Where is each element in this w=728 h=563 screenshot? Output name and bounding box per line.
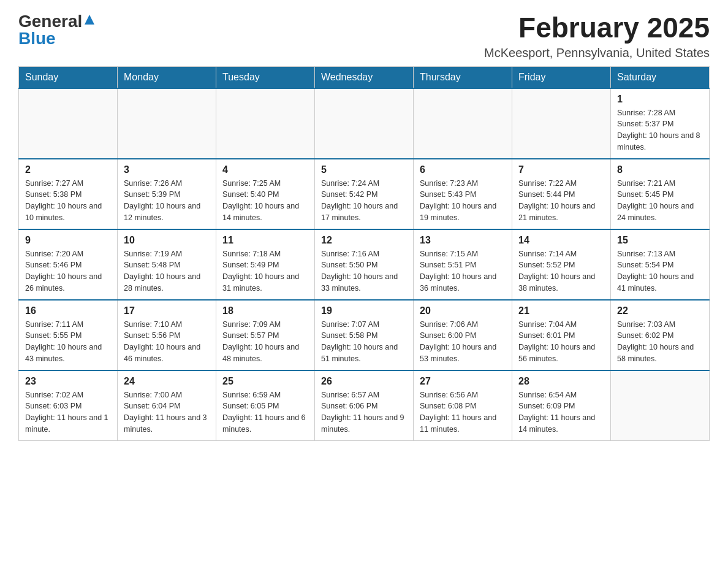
calendar-cell (414, 88, 512, 159)
day-number: 12 (321, 235, 407, 246)
page-header: General Blue February 2025 McKeesport, P… (18, 12, 710, 60)
calendar-cell: 7Sunrise: 7:22 AMSunset: 5:44 PMDaylight… (512, 159, 611, 229)
calendar-cell: 16Sunrise: 7:11 AMSunset: 5:55 PMDayligh… (19, 300, 118, 370)
calendar-cell: 1Sunrise: 7:28 AMSunset: 5:37 PMDaylight… (611, 88, 710, 159)
day-info: Sunrise: 7:25 AMSunset: 5:40 PMDaylight:… (222, 178, 308, 224)
day-info: Sunrise: 7:22 AMSunset: 5:44 PMDaylight:… (518, 178, 604, 224)
calendar-cell: 23Sunrise: 7:02 AMSunset: 6:03 PMDayligh… (19, 370, 118, 441)
calendar-cell (19, 88, 118, 159)
calendar-cell: 6Sunrise: 7:23 AMSunset: 5:43 PMDaylight… (414, 159, 512, 229)
day-number: 23 (25, 376, 111, 387)
day-info: Sunrise: 6:57 AMSunset: 6:06 PMDaylight:… (321, 389, 407, 435)
day-info: Sunrise: 7:16 AMSunset: 5:50 PMDaylight:… (321, 248, 407, 294)
location-subtitle: McKeesport, Pennsylvania, United States (484, 46, 710, 60)
day-info: Sunrise: 7:11 AMSunset: 5:55 PMDaylight:… (25, 319, 111, 365)
calendar-cell (611, 370, 710, 441)
day-info: Sunrise: 7:26 AMSunset: 5:39 PMDaylight:… (124, 178, 210, 224)
day-number: 18 (222, 305, 308, 316)
calendar-cell: 22Sunrise: 7:03 AMSunset: 6:02 PMDayligh… (611, 300, 710, 370)
calendar-header-row: SundayMondayTuesdayWednesdayThursdayFrid… (19, 66, 710, 88)
week-row-5: 23Sunrise: 7:02 AMSunset: 6:03 PMDayligh… (19, 370, 710, 441)
day-number: 5 (321, 164, 407, 175)
day-number: 6 (420, 164, 506, 175)
day-number: 19 (321, 305, 407, 316)
day-info: Sunrise: 7:28 AMSunset: 5:37 PMDaylight:… (617, 107, 703, 153)
calendar-cell: 28Sunrise: 6:54 AMSunset: 6:09 PMDayligh… (512, 370, 611, 441)
day-number: 16 (25, 305, 111, 316)
logo-blue-text: Blue (18, 30, 56, 47)
calendar-cell (118, 88, 216, 159)
day-info: Sunrise: 7:10 AMSunset: 5:56 PMDaylight:… (124, 319, 210, 365)
logo: General Blue (18, 12, 95, 47)
calendar-cell: 25Sunrise: 6:59 AMSunset: 6:05 PMDayligh… (216, 370, 315, 441)
day-number: 24 (124, 376, 210, 387)
day-info: Sunrise: 7:03 AMSunset: 6:02 PMDaylight:… (617, 319, 703, 365)
day-number: 2 (25, 164, 111, 175)
calendar-cell (512, 88, 611, 159)
calendar-cell: 24Sunrise: 7:00 AMSunset: 6:04 PMDayligh… (118, 370, 216, 441)
day-number: 17 (124, 305, 210, 316)
calendar-header-sunday: Sunday (19, 66, 118, 88)
day-number: 28 (518, 376, 604, 387)
day-number: 7 (518, 164, 604, 175)
day-info: Sunrise: 7:00 AMSunset: 6:04 PMDaylight:… (124, 389, 210, 435)
day-number: 20 (420, 305, 506, 316)
calendar-cell: 11Sunrise: 7:18 AMSunset: 5:49 PMDayligh… (216, 229, 315, 300)
logo-triangle-icon (84, 14, 95, 28)
day-number: 14 (518, 235, 604, 246)
day-info: Sunrise: 7:27 AMSunset: 5:38 PMDaylight:… (25, 178, 111, 224)
svg-marker-0 (85, 15, 94, 25)
calendar-cell: 8Sunrise: 7:21 AMSunset: 5:45 PMDaylight… (611, 159, 710, 229)
calendar-cell: 17Sunrise: 7:10 AMSunset: 5:56 PMDayligh… (118, 300, 216, 370)
day-info: Sunrise: 6:59 AMSunset: 6:05 PMDaylight:… (222, 389, 308, 435)
day-number: 8 (617, 164, 703, 175)
calendar-header-friday: Friday (512, 66, 611, 88)
day-info: Sunrise: 7:02 AMSunset: 6:03 PMDaylight:… (25, 389, 111, 435)
calendar-cell: 5Sunrise: 7:24 AMSunset: 5:42 PMDaylight… (315, 159, 414, 229)
day-info: Sunrise: 7:18 AMSunset: 5:49 PMDaylight:… (222, 248, 308, 294)
day-number: 10 (124, 235, 210, 246)
day-number: 26 (321, 376, 407, 387)
week-row-3: 9Sunrise: 7:20 AMSunset: 5:46 PMDaylight… (19, 229, 710, 300)
calendar-cell (216, 88, 315, 159)
calendar-cell: 2Sunrise: 7:27 AMSunset: 5:38 PMDaylight… (19, 159, 118, 229)
day-number: 4 (222, 164, 308, 175)
calendar-header-thursday: Thursday (414, 66, 512, 88)
day-info: Sunrise: 7:24 AMSunset: 5:42 PMDaylight:… (321, 178, 407, 224)
day-number: 27 (420, 376, 506, 387)
calendar-cell: 12Sunrise: 7:16 AMSunset: 5:50 PMDayligh… (315, 229, 414, 300)
day-info: Sunrise: 7:04 AMSunset: 6:01 PMDaylight:… (518, 319, 604, 365)
calendar-cell: 19Sunrise: 7:07 AMSunset: 5:58 PMDayligh… (315, 300, 414, 370)
calendar-header-wednesday: Wednesday (315, 66, 414, 88)
day-info: Sunrise: 6:56 AMSunset: 6:08 PMDaylight:… (420, 389, 506, 435)
day-info: Sunrise: 7:07 AMSunset: 5:58 PMDaylight:… (321, 319, 407, 365)
calendar-cell: 13Sunrise: 7:15 AMSunset: 5:51 PMDayligh… (414, 229, 512, 300)
month-title: February 2025 (484, 12, 710, 44)
day-info: Sunrise: 7:20 AMSunset: 5:46 PMDaylight:… (25, 248, 111, 294)
day-info: Sunrise: 7:14 AMSunset: 5:52 PMDaylight:… (518, 248, 604, 294)
day-info: Sunrise: 7:23 AMSunset: 5:43 PMDaylight:… (420, 178, 506, 224)
calendar-cell: 9Sunrise: 7:20 AMSunset: 5:46 PMDaylight… (19, 229, 118, 300)
calendar-cell: 10Sunrise: 7:19 AMSunset: 5:48 PMDayligh… (118, 229, 216, 300)
day-info: Sunrise: 7:09 AMSunset: 5:57 PMDaylight:… (222, 319, 308, 365)
day-number: 21 (518, 305, 604, 316)
day-number: 11 (222, 235, 308, 246)
day-info: Sunrise: 7:21 AMSunset: 5:45 PMDaylight:… (617, 178, 703, 224)
calendar-cell: 21Sunrise: 7:04 AMSunset: 6:01 PMDayligh… (512, 300, 611, 370)
day-info: Sunrise: 6:54 AMSunset: 6:09 PMDaylight:… (518, 389, 604, 435)
calendar-cell: 18Sunrise: 7:09 AMSunset: 5:57 PMDayligh… (216, 300, 315, 370)
day-info: Sunrise: 7:06 AMSunset: 6:00 PMDaylight:… (420, 319, 506, 365)
calendar-cell: 20Sunrise: 7:06 AMSunset: 6:00 PMDayligh… (414, 300, 512, 370)
calendar-header-monday: Monday (118, 66, 216, 88)
calendar-header-saturday: Saturday (611, 66, 710, 88)
day-number: 13 (420, 235, 506, 246)
calendar-header-tuesday: Tuesday (216, 66, 315, 88)
day-number: 3 (124, 164, 210, 175)
week-row-4: 16Sunrise: 7:11 AMSunset: 5:55 PMDayligh… (19, 300, 710, 370)
day-number: 9 (25, 235, 111, 246)
calendar-cell (315, 88, 414, 159)
day-number: 22 (617, 305, 703, 316)
calendar-table: SundayMondayTuesdayWednesdayThursdayFrid… (18, 66, 710, 441)
week-row-2: 2Sunrise: 7:27 AMSunset: 5:38 PMDaylight… (19, 159, 710, 229)
day-number: 25 (222, 376, 308, 387)
